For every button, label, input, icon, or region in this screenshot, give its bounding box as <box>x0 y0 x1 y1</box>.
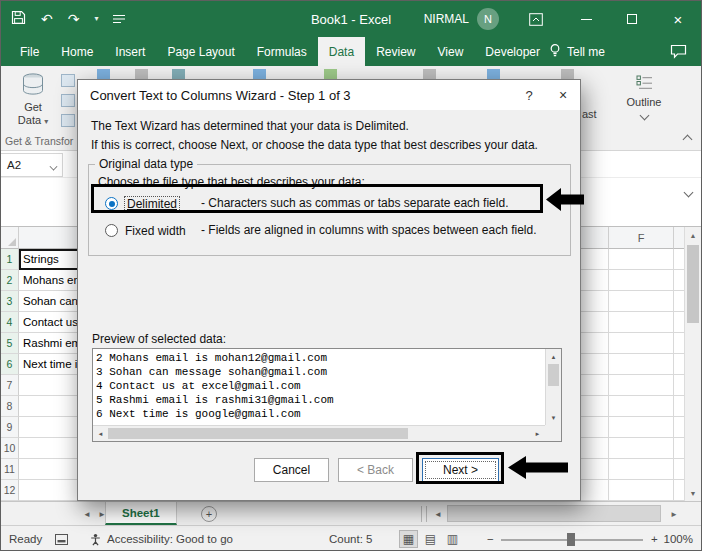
tab-home[interactable]: Home <box>50 37 104 66</box>
fixed-width-label[interactable]: Fixed width <box>125 224 186 238</box>
cell-F10[interactable] <box>609 438 674 459</box>
row-header-9[interactable]: 9 <box>1 417 19 438</box>
tab-review[interactable]: Review <box>365 37 426 66</box>
zoom-level[interactable]: 100% <box>664 526 693 551</box>
cell-F12[interactable] <box>609 480 674 501</box>
data-preview-box: 2 Mohans email is mohan12@gmail.com3 Soh… <box>92 348 562 442</box>
sheet-tab-sheet1[interactable]: Sheet1 <box>105 502 177 525</box>
tab-scrollbar-splitter[interactable] <box>421 506 427 522</box>
sheet-nav-left-icon[interactable]: ◄ <box>83 510 91 519</box>
tab-file[interactable]: File <box>9 37 50 66</box>
from-text-icon[interactable] <box>61 74 75 87</box>
delimited-label[interactable]: Delimited <box>125 197 179 211</box>
delimited-option[interactable]: Delimited - Characters such as commas or… <box>105 195 179 212</box>
column-header-F[interactable]: F <box>609 227 674 249</box>
row-header-11[interactable]: 11 <box>1 459 19 480</box>
page-break-view-icon[interactable]: ▥ <box>443 530 462 548</box>
row-header-4[interactable]: 4 <box>1 312 19 333</box>
formula-bar-expand-icon[interactable] <box>684 188 694 198</box>
maximize-button[interactable] <box>609 1 655 37</box>
preview-vertical-scrollbar[interactable]: ▲ ▼ <box>545 349 561 425</box>
row-header-1[interactable]: 1 <box>1 249 19 270</box>
user-name[interactable]: NIRMAL <box>424 1 469 37</box>
user-avatar[interactable]: N <box>477 8 499 30</box>
from-web-icon[interactable] <box>61 94 75 107</box>
scroll-up-arrow[interactable]: ▲ <box>685 227 701 243</box>
row-header-8[interactable]: 8 <box>1 396 19 417</box>
vertical-scrollbar[interactable]: ▲ ▼ <box>684 227 701 501</box>
tell-me[interactable]: Tell me <box>549 37 605 66</box>
preview-scroll-up-icon[interactable]: ▲ <box>546 350 561 363</box>
get-data-button[interactable]: Get Data ▾ <box>7 71 59 139</box>
fixed-width-option[interactable]: Fixed width - Fields are aligned in colu… <box>105 222 186 239</box>
customize-toolbar-icon[interactable] <box>113 11 125 27</box>
collapse-ribbon-icon[interactable] <box>683 135 693 145</box>
cell-F9[interactable] <box>609 417 674 438</box>
delimited-radio[interactable] <box>105 197 118 210</box>
accessibility-status[interactable]: Accessibility: Good to go <box>107 526 233 551</box>
scroll-left-arrow[interactable]: ◄ <box>431 502 445 526</box>
cell-F11[interactable] <box>609 459 674 480</box>
close-button[interactable]: × <box>655 1 701 37</box>
dialog-help-button[interactable]: ? <box>512 80 546 110</box>
cell-F4[interactable] <box>609 312 674 333</box>
minimize-button[interactable] <box>563 1 609 37</box>
row-header-12[interactable]: 12 <box>1 480 19 501</box>
cell-F5[interactable] <box>609 333 674 354</box>
zoom-in-button[interactable]: + <box>651 526 658 551</box>
tab-insert[interactable]: Insert <box>104 37 156 66</box>
scroll-down-arrow[interactable]: ▼ <box>685 485 701 501</box>
normal-view-icon[interactable]: ▦ <box>399 530 418 548</box>
preview-hscroll-thumb[interactable] <box>108 428 408 439</box>
cell-F6[interactable] <box>609 354 674 375</box>
vertical-scrollbar-thumb[interactable] <box>687 245 699 323</box>
row-header-2[interactable]: 2 <box>1 270 19 291</box>
name-box[interactable]: A2 <box>1 153 63 177</box>
preview-vscroll-thumb[interactable] <box>548 364 559 386</box>
back-button[interactable]: < Back <box>338 458 413 482</box>
preview-scroll-down-icon[interactable]: ▼ <box>546 411 561 424</box>
preview-horizontal-scrollbar[interactable]: ◄ ► <box>93 425 545 441</box>
next-button[interactable]: Next > <box>422 458 499 482</box>
horizontal-scrollbar-thumb[interactable] <box>447 505 661 522</box>
redo-icon[interactable]: ↷ <box>68 12 80 26</box>
cell-F8[interactable] <box>609 396 674 417</box>
tab-data[interactable]: Data <box>318 37 365 66</box>
cell-F3[interactable] <box>609 291 674 312</box>
tab-formulas[interactable]: Formulas <box>246 37 318 66</box>
preview-scroll-left-icon[interactable]: ◄ <box>94 426 107 441</box>
row-header-5[interactable]: 5 <box>1 333 19 354</box>
accessibility-icon[interactable] <box>89 533 102 546</box>
zoom-slider-thumb[interactable] <box>567 533 575 546</box>
from-table-icon[interactable] <box>61 114 75 127</box>
fixed-width-radio[interactable] <box>105 224 118 237</box>
dialog-title-bar[interactable]: Convert Text to Columns Wizard - Step 1 … <box>78 80 580 110</box>
tab-page-layout[interactable]: Page Layout <box>156 37 245 66</box>
tab-view[interactable]: View <box>427 37 475 66</box>
name-box-dropdown-icon[interactable] <box>50 163 58 171</box>
undo-icon[interactable]: ↶ <box>41 12 53 26</box>
scroll-right-arrow[interactable]: ► <box>667 502 681 526</box>
new-sheet-button[interactable]: + <box>201 506 217 522</box>
row-header-7[interactable]: 7 <box>1 375 19 396</box>
cell-F1[interactable] <box>609 249 674 270</box>
qat-dropdown-icon[interactable]: ▾ <box>94 15 98 23</box>
macro-record-icon[interactable] <box>55 534 68 545</box>
preview-scroll-right-icon[interactable]: ► <box>531 426 544 441</box>
get-data-label-2: Data ▾ <box>18 114 48 128</box>
cell-F2[interactable] <box>609 270 674 291</box>
zoom-out-button[interactable]: − <box>487 526 494 551</box>
dialog-close-button[interactable]: × <box>546 80 580 110</box>
row-header-10[interactable]: 10 <box>1 438 19 459</box>
save-icon[interactable] <box>11 10 26 28</box>
ribbon-display-options-icon[interactable] <box>529 12 543 26</box>
row-header-3[interactable]: 3 <box>1 291 19 312</box>
cell-F7[interactable] <box>609 375 674 396</box>
outline-button[interactable]: Outline <box>617 75 671 119</box>
tab-developer[interactable]: Developer <box>474 37 551 66</box>
row-header-6[interactable]: 6 <box>1 354 19 375</box>
page-layout-view-icon[interactable]: ▤ <box>421 530 440 548</box>
comment-icon[interactable] <box>670 44 687 63</box>
select-all-corner[interactable] <box>1 227 19 249</box>
cancel-button[interactable]: Cancel <box>254 458 329 482</box>
